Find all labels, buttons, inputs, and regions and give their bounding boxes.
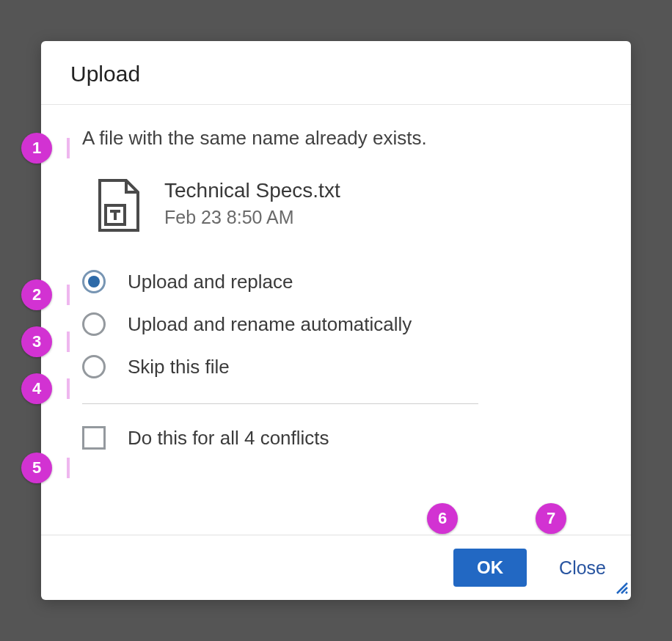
annotation-marker-6: 6 xyxy=(427,503,458,534)
annotation-marker-7: 7 xyxy=(536,503,566,534)
dialog-title: Upload xyxy=(70,62,602,87)
annotation-marker-4: 4 xyxy=(21,373,52,404)
file-name: Technical Specs.txt xyxy=(164,179,340,202)
option-label: Upload and replace xyxy=(128,271,293,293)
dialog-header: Upload xyxy=(41,41,631,105)
ok-button[interactable]: OK xyxy=(453,549,527,587)
apply-all-checkbox[interactable]: Do this for all 4 conflicts xyxy=(82,426,596,450)
file-details: Technical Specs.txt Feb 23 8:50 AM xyxy=(164,179,340,228)
option-skip-file[interactable]: Skip this file xyxy=(82,355,596,378)
file-date: Feb 23 8:50 AM xyxy=(164,207,340,228)
apply-all-label: Do this for all 4 conflicts xyxy=(128,427,329,450)
radio-icon xyxy=(82,355,106,378)
dialog-footer: OK Close xyxy=(41,535,631,600)
text-file-icon xyxy=(97,179,141,235)
checkbox-icon xyxy=(82,426,106,450)
annotation-marker-2: 2 xyxy=(21,279,52,310)
file-info: Technical Specs.txt Feb 23 8:50 AM xyxy=(97,179,596,235)
annotation-tick xyxy=(67,332,70,352)
svg-line-3 xyxy=(626,592,627,593)
option-upload-rename[interactable]: Upload and rename automatically xyxy=(82,312,596,336)
annotation-tick xyxy=(67,378,70,399)
option-label: Upload and rename automatically xyxy=(128,313,412,336)
option-label: Skip this file xyxy=(128,356,230,378)
annotation-tick xyxy=(67,138,70,158)
dialog-body: A file with the same name already exists… xyxy=(41,105,631,535)
annotation-marker-5: 5 xyxy=(21,453,52,483)
annotation-marker-1: 1 xyxy=(21,133,52,164)
annotation-tick xyxy=(67,458,70,478)
close-button[interactable]: Close xyxy=(555,552,610,585)
conflict-options: Upload and replace Upload and rename aut… xyxy=(82,270,596,378)
annotation-tick xyxy=(67,285,70,305)
annotation-marker-3: 3 xyxy=(21,326,52,357)
radio-icon xyxy=(82,270,106,293)
radio-icon xyxy=(82,312,106,336)
conflict-message: A file with the same name already exists… xyxy=(82,127,596,150)
option-upload-replace[interactable]: Upload and replace xyxy=(82,270,596,293)
divider xyxy=(82,403,478,404)
resize-handle-icon[interactable] xyxy=(616,582,629,598)
